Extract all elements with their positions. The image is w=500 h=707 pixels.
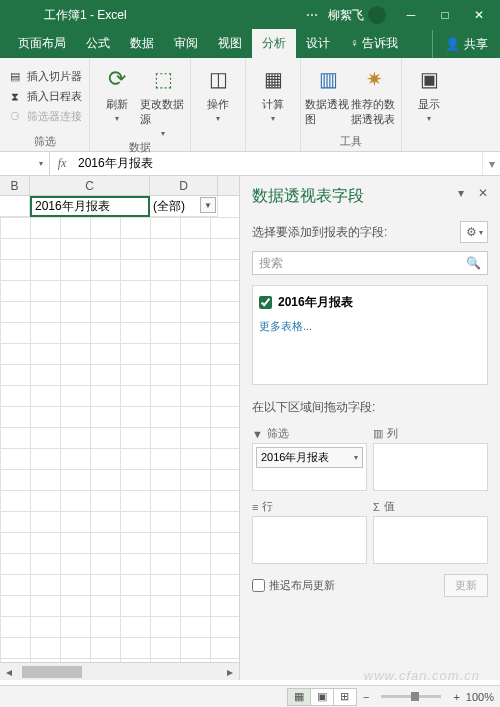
change-source-button[interactable]: ⬚更改数据源▾ — [140, 61, 186, 138]
filter-dropdown-button[interactable]: ▼ — [200, 197, 216, 213]
gear-icon: ⚙ — [466, 225, 477, 239]
zoom-out-button[interactable]: − — [363, 691, 369, 703]
display-button[interactable]: ▣显示▾ — [406, 61, 452, 135]
search-placeholder: 搜索 — [259, 255, 466, 272]
actions-button[interactable]: ◫操作▾ — [195, 61, 241, 135]
col-B[interactable]: B — [0, 176, 30, 195]
zone-filter: ▼筛选 2016年月报表▾ — [252, 424, 367, 491]
datasource-icon: ⬚ — [147, 63, 179, 95]
formula-expand[interactable]: ▾ — [482, 152, 500, 175]
tab-review[interactable]: 审阅 — [164, 29, 208, 58]
group-calc: ▦计算▾ — [246, 58, 301, 151]
timeline-icon: ⧗ — [7, 89, 23, 105]
filter-icon: ▼ — [252, 428, 263, 440]
page-break-view-button[interactable]: ⊞ — [333, 688, 357, 706]
maximize-button[interactable]: □ — [428, 0, 462, 30]
user-account[interactable]: 柳絮飞 — [328, 6, 386, 24]
col-C[interactable]: C — [30, 176, 150, 195]
share-button[interactable]: 👤共享 — [432, 30, 500, 58]
choose-fields-label: 选择要添加到报表的字段: — [252, 224, 387, 241]
ribbon-options-icon[interactable]: ⋯ — [306, 8, 318, 22]
zoom-level[interactable]: 100% — [466, 691, 494, 703]
horizontal-scrollbar[interactable]: ◂ ▸ — [0, 662, 239, 680]
worksheet[interactable]: B C D 2016年月报表 (全部) ▼ ◂ ▸ — [0, 176, 240, 680]
update-button[interactable]: 更新 — [444, 574, 488, 597]
chevron-down-icon: ▾ — [161, 129, 165, 138]
slicer-icon: ▤ — [7, 69, 23, 85]
view-buttons: ▦ ▣ ⊞ — [288, 688, 357, 706]
more-tables-link[interactable]: 更多表格... — [259, 319, 481, 334]
zone-values-body[interactable] — [373, 516, 488, 564]
pivot-chart-button[interactable]: ▥数据透视图 — [305, 61, 351, 132]
group-label-calc — [250, 135, 296, 151]
scroll-thumb[interactable] — [22, 666, 82, 678]
share-icon: 👤 — [445, 37, 460, 51]
pivot-chart-icon: ▥ — [312, 63, 344, 95]
defer-layout-checkbox[interactable]: 推迟布局更新 — [252, 578, 335, 593]
tab-analyze[interactable]: 分析 — [252, 29, 296, 58]
scroll-right-icon[interactable]: ▸ — [221, 665, 239, 679]
display-icon: ▣ — [413, 63, 445, 95]
group-display: ▣显示▾ — [402, 58, 456, 151]
document-title: 工作簿1 - Excel — [44, 7, 127, 24]
field-search-input[interactable]: 搜索 🔍 — [252, 251, 488, 275]
group-label-filter: 筛选 — [4, 132, 85, 151]
field-item[interactable]: 2016年月报表 — [259, 292, 481, 313]
panel-title: 数据透视表字段 — [252, 186, 488, 207]
watermark: www.cfan.com.cn — [364, 668, 480, 683]
user-name: 柳絮飞 — [328, 7, 364, 24]
zone-rows-body[interactable] — [252, 516, 367, 564]
refresh-button[interactable]: ⟳刷新▾ — [94, 61, 140, 138]
insert-timeline-button[interactable]: ⧗插入日程表 — [4, 87, 85, 107]
drag-fields-label: 在以下区域间拖动字段: — [252, 399, 488, 416]
filter-connections-button[interactable]: ⚆筛选器连接 — [4, 107, 85, 127]
rows-icon: ≡ — [252, 501, 258, 513]
columns-icon: ▥ — [373, 427, 383, 440]
formula-input[interactable]: 2016年月报表 — [74, 155, 482, 172]
zone-rows: ≡行 — [252, 497, 367, 564]
fx-button[interactable]: fx — [50, 156, 74, 171]
group-filter: ▤插入切片器 ⧗插入日程表 ⚆筛选器连接 筛选 — [0, 58, 90, 151]
panel-close-icon[interactable]: ✕ — [478, 186, 488, 200]
calc-button[interactable]: ▦计算▾ — [250, 61, 296, 135]
panel-layout-button[interactable]: ⚙▾ — [460, 221, 488, 243]
zoom-in-button[interactable]: + — [453, 691, 459, 703]
tab-page-layout[interactable]: 页面布局 — [8, 29, 76, 58]
zone-columns: ▥列 — [373, 424, 488, 491]
recommend-icon: ✷ — [358, 63, 390, 95]
chevron-down-icon: ▾ — [115, 114, 119, 123]
cell-C1[interactable]: 2016年月报表 — [30, 196, 150, 217]
cell-D1[interactable]: (全部) ▼ — [150, 196, 218, 217]
name-box[interactable]: ▾ — [0, 152, 50, 175]
col-D[interactable]: D — [150, 176, 218, 195]
refresh-icon: ⟳ — [101, 63, 133, 95]
recommended-pivot-button[interactable]: ✷推荐的数据透视表 — [351, 61, 397, 132]
ribbon: ▤插入切片器 ⧗插入日程表 ⚆筛选器连接 筛选 ⟳刷新▾ ⬚更改数据源▾ 数据 … — [0, 58, 500, 152]
values-icon: Σ — [373, 501, 380, 513]
scroll-left-icon[interactable]: ◂ — [0, 665, 18, 679]
zone-filter-body[interactable]: 2016年月报表▾ — [252, 443, 367, 491]
field-name: 2016年月报表 — [278, 294, 353, 311]
minimize-button[interactable]: ─ — [394, 0, 428, 30]
tab-design[interactable]: 设计 — [296, 29, 340, 58]
formula-bar: ▾ fx 2016年月报表 ▾ — [0, 152, 500, 176]
tab-view[interactable]: 视图 — [208, 29, 252, 58]
ribbon-tabs: 页面布局 公式 数据 审阅 视图 分析 设计 ♀ 告诉我 👤共享 — [0, 30, 500, 58]
cell-B1[interactable] — [0, 196, 30, 217]
tab-data[interactable]: 数据 — [120, 29, 164, 58]
tab-tell-me[interactable]: ♀ 告诉我 — [340, 29, 408, 58]
normal-view-button[interactable]: ▦ — [287, 688, 311, 706]
group-actions: ◫操作▾ — [191, 58, 246, 151]
field-list: 2016年月报表 更多表格... — [252, 285, 488, 385]
zone-columns-body[interactable] — [373, 443, 488, 491]
insert-slicer-button[interactable]: ▤插入切片器 — [4, 67, 85, 87]
panel-options-icon[interactable]: ▾ — [458, 186, 464, 200]
filter-conn-icon: ⚆ — [7, 109, 23, 125]
grid-area[interactable] — [0, 217, 239, 662]
page-layout-view-button[interactable]: ▣ — [310, 688, 334, 706]
field-checkbox[interactable] — [259, 296, 272, 309]
zoom-slider[interactable] — [381, 695, 441, 698]
filter-chip[interactable]: 2016年月报表▾ — [256, 447, 363, 468]
close-button[interactable]: ✕ — [462, 0, 496, 30]
tab-formulas[interactable]: 公式 — [76, 29, 120, 58]
